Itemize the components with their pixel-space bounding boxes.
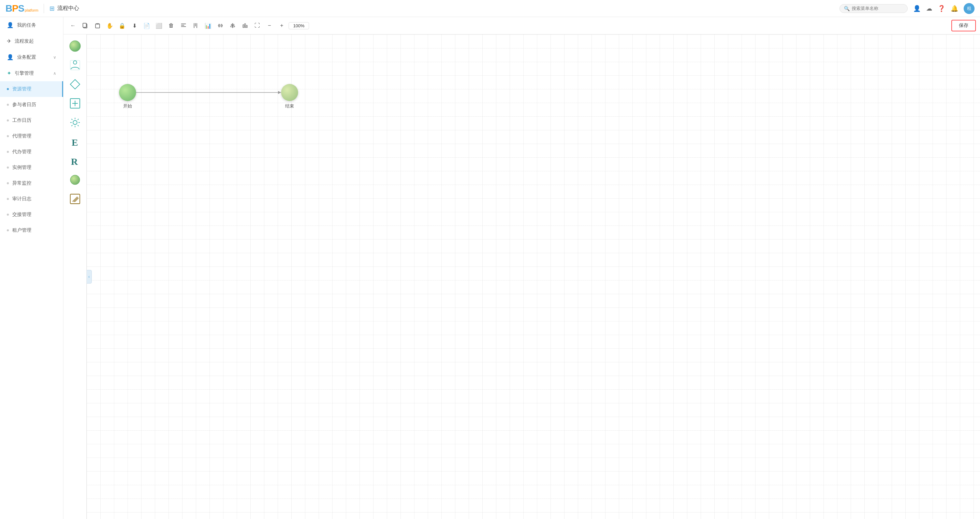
- header: BPS platform ⊞ 流程中心 🔍 👤 ☁ ❓ 🔔 租: [0, 0, 980, 17]
- sidebar-label-biz-config: 业务配置: [17, 54, 36, 60]
- person-icon: 👤: [7, 22, 14, 28]
- flow-node-start[interactable]: 开始: [119, 84, 136, 109]
- help-icon[interactable]: ❓: [938, 5, 945, 12]
- align-left-button[interactable]: [178, 20, 189, 31]
- dot-icon: [7, 119, 9, 121]
- collapse-toggle[interactable]: ‹: [87, 270, 92, 283]
- zoom-out-button[interactable]: −: [264, 20, 275, 31]
- sidebar-item-biz-config[interactable]: 👤 业务配置 ∨: [0, 49, 63, 65]
- delete-button[interactable]: 🗑: [166, 20, 177, 31]
- distribute-h-button[interactable]: [215, 20, 226, 31]
- dot-icon: [7, 182, 9, 184]
- end-circle: [281, 84, 298, 101]
- start-label: 开始: [123, 103, 132, 109]
- center-h-button[interactable]: [227, 20, 238, 31]
- sidebar-label-handover-mgmt: 交接管理: [12, 212, 31, 218]
- sidebar-item-exception-monitor[interactable]: 异常监控: [0, 175, 63, 191]
- header-divider: [44, 4, 44, 13]
- logo-platform: platform: [25, 8, 38, 12]
- search-box[interactable]: 🔍: [840, 4, 908, 13]
- sidebar-item-instance-mgmt[interactable]: 实例管理: [0, 160, 63, 175]
- sidebar-item-resource-mgmt[interactable]: 资源管理: [0, 81, 63, 97]
- profile-icon[interactable]: 👤: [913, 5, 921, 12]
- paste-button[interactable]: [92, 20, 103, 31]
- download-button[interactable]: ⬇: [129, 20, 140, 31]
- chevron-down-icon: ∨: [53, 55, 56, 60]
- dot-icon: [7, 213, 9, 216]
- palette-item-gear[interactable]: [66, 114, 84, 131]
- sidebar-label-agent-mgmt: 代理管理: [12, 133, 31, 139]
- main-content: ← ✋ 🔒 ⬇ 📄 ⬜ 🗑 📊: [64, 17, 980, 519]
- flow-canvas[interactable]: ‹ 开始 结束: [87, 35, 980, 519]
- palette-item-circle[interactable]: [66, 171, 84, 189]
- sidebar-item-work-cal[interactable]: 工作日历: [0, 113, 63, 128]
- sidebar-label-resource-mgmt: 资源管理: [12, 86, 31, 92]
- palette-item-person[interactable]: [66, 56, 84, 74]
- save-button[interactable]: 保存: [951, 20, 976, 32]
- zoom-in-button[interactable]: +: [276, 20, 287, 31]
- node-palette: E R: [64, 35, 87, 519]
- end-label: 结束: [285, 103, 294, 109]
- sidebar-item-process-launch[interactable]: ✈ 流程发起: [0, 33, 63, 49]
- palette-item-r[interactable]: R: [66, 152, 84, 170]
- chart-button[interactable]: 📊: [203, 20, 213, 31]
- sidebar-label-engine-mgmt: 引擎管理: [15, 70, 34, 76]
- palette-item-edit[interactable]: [66, 190, 84, 208]
- sidebar-label-process-launch: 流程发起: [15, 38, 34, 45]
- flow-connections: [87, 35, 980, 519]
- page-title: 流程中心: [57, 5, 79, 12]
- svg-text:E: E: [72, 137, 78, 148]
- sidebar-label-audit-log: 审计日志: [12, 196, 31, 202]
- align-top-button[interactable]: [190, 20, 201, 31]
- palette-item-diamond[interactable]: [66, 75, 84, 93]
- svg-rect-17: [246, 25, 247, 28]
- svg-point-28: [70, 175, 80, 185]
- layer-button[interactable]: ⬜: [153, 20, 164, 31]
- sidebar-item-proxy-mgmt[interactable]: 代办管理: [0, 144, 63, 160]
- sidebar-label-instance-mgmt: 实例管理: [12, 164, 31, 170]
- sidebar-item-audit-log[interactable]: 审计日志: [0, 191, 63, 207]
- bar-chart-button[interactable]: [239, 20, 250, 31]
- copy-button[interactable]: [80, 20, 91, 31]
- avatar[interactable]: 租: [964, 3, 975, 14]
- svg-rect-20: [70, 60, 80, 70]
- dot-icon: [7, 151, 9, 153]
- bell-icon[interactable]: 🔔: [951, 5, 958, 12]
- sidebar-item-handover-mgmt[interactable]: 交接管理: [0, 207, 63, 223]
- svg-marker-21: [70, 80, 80, 89]
- flow-node-end[interactable]: 结束: [281, 84, 298, 109]
- search-input[interactable]: [852, 6, 899, 11]
- chevron-up-icon: ∧: [53, 71, 56, 76]
- fullscreen-button[interactable]: ⛶: [252, 20, 262, 31]
- sidebar-label-participant-cal: 参与者日历: [12, 102, 36, 108]
- sidebar-item-my-tasks[interactable]: 👤 我的任务: [0, 17, 63, 33]
- header-icons: 👤 ☁ ❓ 🔔 租: [913, 3, 975, 14]
- sidebar-item-participant-cal[interactable]: 参与者日历: [0, 97, 63, 113]
- canvas-area: E R: [64, 35, 980, 519]
- drag-button[interactable]: ✋: [104, 20, 115, 31]
- dot-icon: [7, 198, 9, 200]
- sidebar: 👤 我的任务 ✈ 流程发起 👤 业务配置 ∨ ✦ 引擎管理 ∧ 资源管理 参与者…: [0, 17, 64, 519]
- palette-item-start[interactable]: [66, 37, 84, 55]
- svg-rect-2: [95, 24, 100, 28]
- dot-icon: [7, 104, 9, 106]
- start-circle: [119, 84, 136, 101]
- sidebar-item-tenant-mgmt[interactable]: 租户管理: [0, 223, 63, 238]
- active-dot: [7, 88, 9, 90]
- palette-item-plus[interactable]: [66, 94, 84, 112]
- sidebar-item-agent-mgmt[interactable]: 代理管理: [0, 128, 63, 144]
- page-button[interactable]: 📄: [141, 20, 152, 31]
- header-title-area: ⊞ 流程中心: [49, 5, 79, 12]
- logo-bps: BPS: [5, 3, 24, 14]
- sidebar-item-engine-mgmt[interactable]: ✦ 引擎管理 ∧: [0, 65, 63, 81]
- palette-item-e[interactable]: E: [66, 133, 84, 150]
- cloud-icon[interactable]: ☁: [926, 5, 932, 12]
- back-button[interactable]: ←: [68, 20, 78, 31]
- dot-icon: [7, 135, 9, 137]
- sidebar-label-proxy-mgmt: 代办管理: [12, 149, 31, 155]
- grid-icon: ⊞: [49, 5, 54, 12]
- toolbar: ← ✋ 🔒 ⬇ 📄 ⬜ 🗑 📊: [64, 17, 980, 35]
- svg-rect-15: [243, 25, 244, 28]
- lock-button[interactable]: 🔒: [117, 20, 127, 31]
- engine-icon: ✦: [7, 70, 11, 76]
